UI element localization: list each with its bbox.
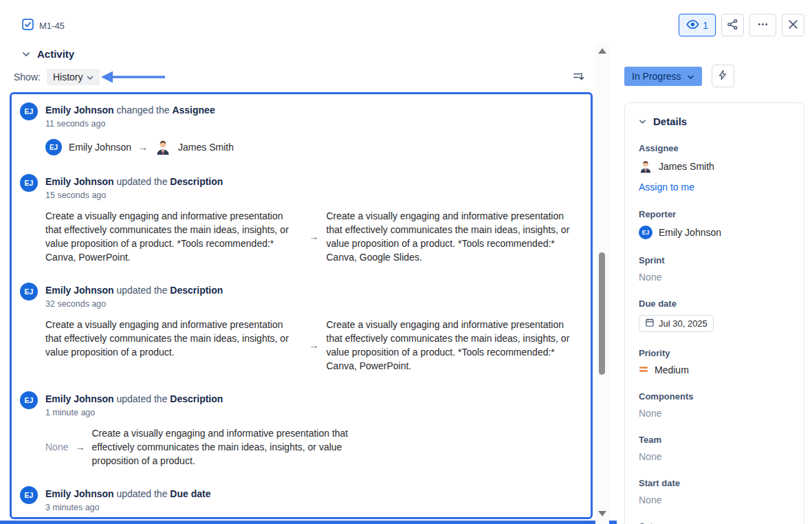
history-filter-dropdown[interactable]: History: [47, 69, 100, 85]
triangle-up-icon: [598, 48, 606, 54]
value-change-row: None → Create a visually engaging and in…: [45, 426, 582, 468]
priority-value[interactable]: Medium: [639, 364, 790, 375]
field-sprint: Sprint None: [639, 255, 790, 283]
field-label: Start date: [639, 478, 790, 488]
field-label: Priority: [639, 348, 790, 358]
details-sidebar: In Progress Details Assignee: [624, 65, 804, 524]
actor-name: Emily Johnson: [45, 393, 114, 404]
avatar: [155, 139, 171, 155]
status-dropdown[interactable]: In Progress: [624, 67, 702, 86]
field-name: Assignee: [172, 105, 215, 116]
sort-order-button[interactable]: [571, 69, 586, 86]
priority-medium-icon: [639, 364, 648, 375]
field-name: Description: [170, 393, 223, 404]
action-text: changed the: [116, 105, 169, 116]
history-entry: EJ Emily Johnson changed the Assignee 11…: [20, 102, 582, 155]
automation-button[interactable]: [712, 65, 734, 87]
arrow-right-icon: →: [75, 440, 85, 454]
field-name: Description: [170, 176, 223, 187]
entry-title: Emily Johnson updated the Due date: [45, 486, 582, 501]
field-priority: Priority Medium: [639, 348, 790, 375]
assignee-name: James Smith: [659, 161, 714, 172]
avatar: EJ: [45, 139, 62, 155]
arrow-right-icon: →: [138, 142, 148, 153]
history-entry: EJ Emily Johnson updated the Description…: [20, 283, 582, 373]
to-value: Create a visually engaging and informati…: [327, 209, 583, 264]
field-components: Components None: [639, 391, 790, 419]
vertical-scrollbar[interactable]: [595, 43, 609, 524]
team-value[interactable]: None: [639, 451, 790, 462]
sprint-value[interactable]: None: [639, 272, 790, 283]
reporter-value[interactable]: EJ Emily Johnson: [639, 226, 790, 239]
field-name: Description: [170, 285, 223, 296]
to-user: James Smith: [178, 142, 234, 153]
eye-icon: [686, 18, 699, 33]
field-category: Category: [639, 521, 790, 524]
chevron-down-icon: [687, 71, 694, 82]
history-entry: EJ Emily Johnson updated the Description…: [20, 391, 582, 468]
entry-title: Emily Johnson updated the Description: [45, 174, 582, 188]
details-header: Details: [639, 116, 790, 127]
field-label: Reporter: [639, 209, 790, 219]
field-assignee: Assignee James Smith Assign to me: [639, 143, 790, 193]
components-value[interactable]: None: [639, 408, 790, 419]
start-date-value[interactable]: None: [639, 494, 790, 505]
from-value: None: [45, 440, 68, 454]
field-label: Category: [639, 521, 790, 524]
entry-timestamp: 15 seconds ago: [45, 190, 582, 200]
scrollbar-thumb[interactable]: [599, 252, 605, 375]
avatar: EJ: [20, 486, 38, 504]
activity-filter-row: Show: History: [14, 69, 100, 85]
priority-text: Medium: [655, 364, 689, 375]
field-due-date: Due date Jul 30, 2025: [639, 298, 790, 332]
topbar: M1-45 1: [0, 0, 812, 40]
show-label: Show:: [14, 72, 41, 83]
field-label: Team: [639, 435, 790, 445]
due-date-chip[interactable]: Jul 30, 2025: [639, 315, 714, 332]
breadcrumb: M1-45: [22, 19, 65, 33]
avatar: EJ: [639, 226, 652, 239]
action-text: updated the: [116, 393, 167, 404]
close-icon: [788, 19, 798, 32]
reporter-name: Emily Johnson: [659, 227, 721, 238]
details-card: Details Assignee James Smith Assign to m…: [624, 102, 804, 524]
arrow-right-icon: →: [309, 338, 319, 352]
action-text: updated the: [116, 488, 167, 499]
chevron-down-icon: [87, 72, 94, 83]
share-icon: [727, 19, 738, 32]
lightning-icon: [717, 69, 728, 83]
share-button[interactable]: [721, 14, 744, 36]
scroll-up-button[interactable]: [598, 48, 606, 55]
more-icon: [757, 19, 769, 32]
field-label: Due date: [639, 298, 790, 309]
details-collapse-chevron-icon[interactable]: [639, 119, 646, 124]
due-date-value: Jul 30, 2025: [659, 318, 707, 329]
entry-timestamp: 32 seconds ago: [45, 299, 582, 309]
avatar: EJ: [20, 174, 38, 192]
annotation-underline: [0, 521, 617, 524]
entry-timestamp: 1 minute ago: [45, 408, 582, 417]
annotation-arrow: [100, 69, 168, 85]
activity-collapse-chevron-icon[interactable]: [22, 52, 30, 57]
close-button[interactable]: [782, 14, 804, 36]
from-value: Create a visually engaging and informati…: [45, 209, 302, 264]
issue-detail-view: M1-45 1: [0, 0, 812, 524]
field-label: Components: [639, 391, 790, 402]
from-user: Emily Johnson: [69, 142, 131, 153]
field-start-date: Start date None: [639, 478, 790, 505]
more-button[interactable]: [749, 14, 776, 36]
avatar: EJ: [20, 102, 38, 120]
assignee-value[interactable]: James Smith: [639, 160, 790, 173]
value-change-row: Create a visually engaging and informati…: [45, 318, 582, 373]
assign-to-me-link[interactable]: Assign to me: [639, 182, 694, 193]
value-change-row: Create a visually engaging and informati…: [45, 209, 582, 264]
avatar: [639, 160, 652, 173]
action-text: updated the: [116, 285, 167, 296]
field-name: Due date: [170, 488, 210, 499]
watchers-button[interactable]: 1: [679, 14, 716, 36]
issue-key: M1-45: [39, 21, 65, 31]
field-label: Assignee: [639, 143, 790, 153]
scroll-down-button[interactable]: [598, 511, 606, 518]
to-value: Create a visually engaging and informati…: [91, 426, 361, 468]
details-title: Details: [653, 116, 687, 127]
